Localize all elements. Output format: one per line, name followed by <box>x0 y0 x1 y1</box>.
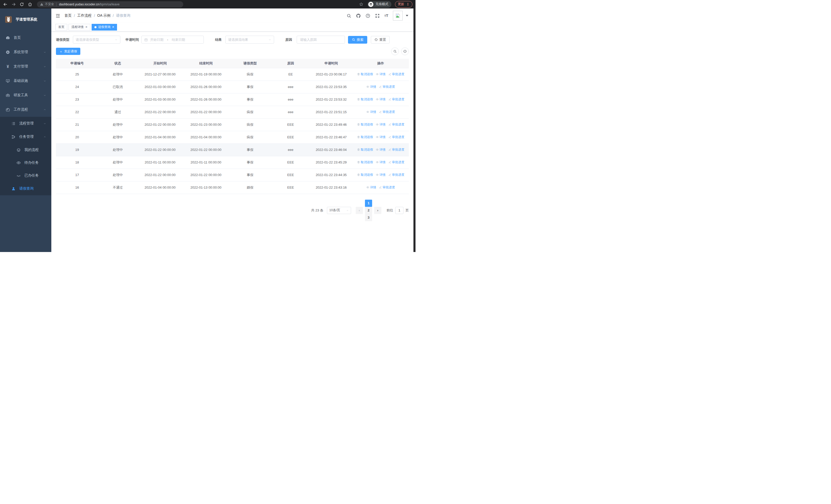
cancel-leave-link[interactable]: 取消请假 <box>357 122 373 127</box>
detail-link[interactable]: 详情 <box>376 160 386 165</box>
reason-input[interactable] <box>297 36 345 43</box>
approval-progress-link[interactable]: 审批进度 <box>379 110 395 114</box>
sidebar-item-infrastructure[interactable]: 基础设施 <box>0 73 51 88</box>
url-path: /bpm/oa/leave <box>99 3 120 6</box>
cell-reason: EEE <box>271 131 310 144</box>
detail-link[interactable]: 详情 <box>376 148 386 152</box>
cancel-leave-link[interactable]: 取消请假 <box>357 97 373 101</box>
prev-page-button[interactable]: ‹ <box>356 207 363 214</box>
next-page-button[interactable]: › <box>374 207 381 214</box>
detail-link[interactable]: 详情 <box>376 135 386 139</box>
sidebar-item-devtools[interactable]: 研发工具 <box>0 88 51 102</box>
cell-id: 20 <box>56 131 98 144</box>
reset-button[interactable]: 重置 <box>371 36 390 43</box>
result-select[interactable]: 请选择流结果 <box>225 36 274 43</box>
sidebar-item-task-mgmt[interactable]: 任务管理 <box>0 130 51 144</box>
sidebar-item-home[interactable]: 首页 <box>0 31 51 45</box>
github-icon[interactable] <box>356 13 361 18</box>
leave-type-select[interactable]: 请选择请假类型 <box>73 36 120 43</box>
approval-progress-link[interactable]: 审批进度 <box>388 122 404 127</box>
approval-progress-link[interactable]: 审批进度 <box>388 135 404 139</box>
detail-link[interactable]: 详情 <box>366 85 376 89</box>
search-icon[interactable] <box>346 13 351 18</box>
cancel-leave-link[interactable]: 取消请假 <box>357 135 373 139</box>
page-button-1[interactable]: 1 <box>365 200 372 207</box>
detail-link[interactable]: 详情 <box>366 185 376 190</box>
fullscreen-icon[interactable] <box>375 13 380 18</box>
detail-link[interactable]: 详情 <box>366 110 376 114</box>
cancel-leave-link[interactable]: 取消请假 <box>357 160 373 165</box>
sidebar-item-leave-query[interactable]: 请假查询 <box>0 182 51 195</box>
cell-type: 事假 <box>229 156 271 169</box>
goto-page-input[interactable] <box>395 207 403 214</box>
tab-leave-query[interactable]: 请假查询✕ <box>92 24 117 31</box>
approval-progress-link[interactable]: 审批进度 <box>388 72 404 77</box>
sidebar-item-label: 研发工具 <box>13 93 28 97</box>
approval-progress-link[interactable]: 审批进度 <box>388 173 404 177</box>
approval-progress-link[interactable]: 审批进度 <box>388 97 404 101</box>
approval-progress-link[interactable]: 审批进度 <box>379 85 395 89</box>
page-button-3[interactable]: 3 <box>365 214 372 221</box>
detail-link[interactable]: 详情 <box>376 97 386 101</box>
start-date-placeholder: 开始日期 <box>150 37 164 42</box>
create-leave-button[interactable]: ＋ 发起请假 <box>56 48 80 55</box>
breadcrumb-item[interactable]: 工作流程 <box>77 13 92 18</box>
home-icon[interactable] <box>28 2 32 7</box>
search-button[interactable]: 搜索 <box>348 36 367 43</box>
tab-home[interactable]: 首页 <box>55 24 67 31</box>
cancel-leave-link[interactable]: 取消请假 <box>357 148 373 152</box>
detail-link[interactable]: 详情 <box>376 122 386 127</box>
sidebar-item-workflow[interactable]: 工作流程 <box>0 102 51 117</box>
sidebar-item-system[interactable]: 系统管理 <box>0 45 51 59</box>
page-button-2[interactable]: 2 <box>365 207 372 214</box>
breadcrumb-item[interactable]: OA 示例 <box>97 13 110 18</box>
cancel-leave-link[interactable]: 取消请假 <box>357 173 373 177</box>
avatar[interactable] <box>393 11 403 21</box>
action-label: 审批进度 <box>392 97 404 101</box>
browser-menu-icon[interactable]: ⋮ <box>406 3 409 6</box>
tab-process-detail[interactable]: 流程详情✕ <box>68 24 90 31</box>
close-icon[interactable]: ✕ <box>112 26 114 28</box>
sidebar-item-todo-tasks[interactable]: 待办任务 <box>0 156 51 169</box>
address-bar[interactable]: 不安全 dashboard.yudao.iocoder.cn /bpm/oa/l… <box>37 1 183 7</box>
cell-start: 2022-01-22 00:00:00 <box>137 144 183 156</box>
sidebar-item-done-tasks[interactable]: 已办任务 <box>0 169 51 182</box>
app-logo-row[interactable]: 芋道管理系统 <box>0 8 51 31</box>
font-size-icon[interactable]: TT <box>384 13 388 18</box>
window-scrollbar-track[interactable] <box>413 8 416 252</box>
user-icon <box>11 186 16 191</box>
chevron-down-icon <box>44 51 46 54</box>
pen-icon <box>388 123 391 126</box>
refresh-table-button[interactable] <box>401 48 409 55</box>
forward-icon[interactable] <box>11 2 16 7</box>
approval-progress-link[interactable]: 审批进度 <box>388 160 404 165</box>
page-size-select[interactable]: 10条/页 <box>327 207 351 214</box>
action-label: 审批进度 <box>392 122 404 127</box>
sidebar-item-process-mgmt[interactable]: 流程管理 <box>0 117 51 130</box>
cell-type: 病假 <box>229 118 271 131</box>
cell-start: 2021-12-27 00:00:00 <box>137 68 183 81</box>
cell-id: 17 <box>56 169 98 181</box>
close-icon[interactable]: ✕ <box>85 26 87 28</box>
approval-progress-link[interactable]: 审批进度 <box>388 148 404 152</box>
fold-sidebar-icon[interactable] <box>55 13 60 18</box>
cancel-leave-link[interactable]: 取消请假 <box>357 72 373 77</box>
detail-link[interactable]: 详情 <box>376 173 386 177</box>
detail-link[interactable]: 详情 <box>376 72 386 77</box>
sidebar-item-my-process[interactable]: 我的流程 <box>0 144 51 156</box>
apply-time-range-picker[interactable]: 开始日期 - 结束日期 <box>141 36 204 43</box>
cell-operations: 详情审批进度 <box>352 181 409 194</box>
cell-end: 2022-01-26 00:00:00 <box>183 81 229 93</box>
back-icon[interactable] <box>3 2 8 7</box>
avatar-caret-icon[interactable] <box>406 15 408 17</box>
approval-progress-link[interactable]: 审批进度 <box>379 185 395 190</box>
cell-reason: EEE <box>271 181 310 194</box>
browser-update-button[interactable]: 更新 ⋮ <box>395 1 412 8</box>
breadcrumb-item[interactable]: 首页 <box>64 13 71 18</box>
action-label: 取消请假 <box>361 72 373 77</box>
reload-icon[interactable] <box>20 2 24 7</box>
show-search-toggle-button[interactable] <box>391 48 399 55</box>
help-icon[interactable] <box>366 13 370 18</box>
bookmark-star-icon[interactable] <box>359 2 364 6</box>
sidebar-item-payment[interactable]: ¥支付管理 <box>0 59 51 73</box>
